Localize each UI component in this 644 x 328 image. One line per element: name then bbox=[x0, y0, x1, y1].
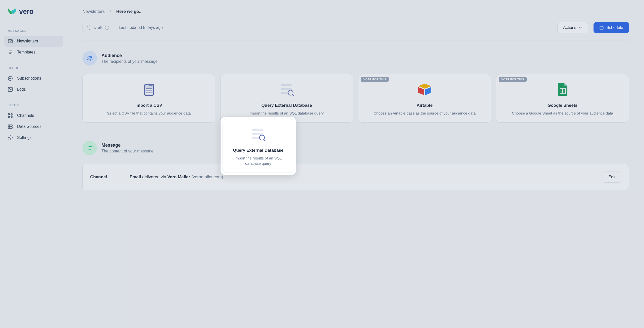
database-query-icon bbox=[228, 127, 288, 142]
card-desc: Import the results of an SQL database qu… bbox=[228, 155, 288, 166]
svg-point-42 bbox=[253, 138, 254, 138]
svg-point-39 bbox=[253, 134, 254, 134]
svg-point-40 bbox=[254, 134, 255, 134]
spotlight: Query External Database Import the resul… bbox=[221, 117, 296, 175]
svg-point-41 bbox=[255, 134, 256, 134]
audience-card-query-spotlight[interactable]: Query External Database Import the resul… bbox=[223, 119, 294, 173]
svg-point-36 bbox=[253, 130, 254, 130]
svg-rect-33 bbox=[252, 129, 263, 131]
overlay-dim bbox=[0, 0, 644, 328]
svg-point-43 bbox=[254, 138, 255, 138]
card-title: Query External Database bbox=[228, 148, 288, 153]
svg-point-44 bbox=[255, 138, 256, 138]
svg-rect-34 bbox=[252, 133, 263, 135]
svg-point-37 bbox=[254, 130, 255, 130]
svg-point-38 bbox=[255, 130, 256, 130]
